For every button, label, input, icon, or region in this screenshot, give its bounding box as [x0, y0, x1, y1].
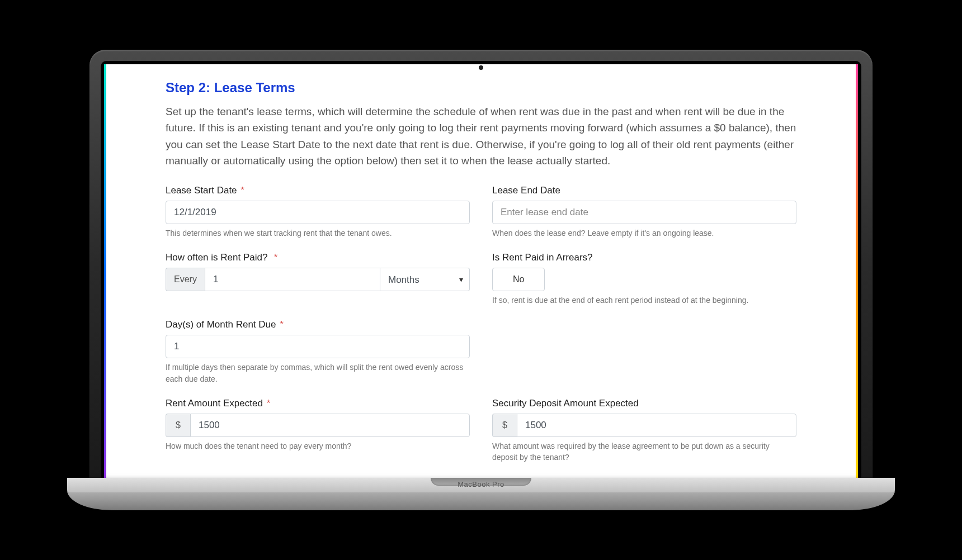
required-marker: * [280, 319, 284, 330]
lease-end-input[interactable] [492, 201, 796, 224]
required-marker: * [274, 252, 278, 263]
row-due-days: Day(s) of Month Rent Due * If multiple d… [166, 319, 796, 385]
field-due-days: Day(s) of Month Rent Due * If multiple d… [166, 319, 470, 385]
deposit-amount-group: $ [492, 414, 796, 437]
lease-start-label: Lease Start Date * [166, 185, 470, 196]
label-text: Rent Amount Expected [166, 398, 263, 409]
lease-end-label: Lease End Date [492, 185, 796, 196]
field-arrears: Is Rent Paid in Arrears? No If so, rent … [492, 252, 796, 306]
decorative-edge-left [104, 64, 106, 478]
device-label: MacBook Pro [458, 480, 504, 488]
field-deposit-amount: Security Deposit Amount Expected $ What … [492, 398, 796, 463]
rent-amount-help: How much does the tenant need to pay eve… [166, 440, 470, 452]
due-days-input[interactable] [166, 335, 470, 358]
step-title: Step 2: Lease Terms [166, 80, 796, 96]
field-rent-amount: Rent Amount Expected * $ How much does t… [166, 398, 470, 452]
frequency-input-group: Every Months [166, 268, 470, 291]
lease-start-input[interactable] [166, 201, 470, 224]
label-text: Lease Start Date [166, 185, 237, 196]
frequency-unit-select[interactable]: Months [380, 268, 470, 291]
frequency-interval-input[interactable] [205, 268, 380, 291]
due-days-help: If multiple days then separate by commas… [166, 362, 470, 385]
decorative-edge-right [856, 64, 858, 478]
currency-symbol: $ [166, 414, 190, 437]
deposit-amount-label: Security Deposit Amount Expected [492, 398, 796, 409]
arrears-help: If so, rent is due at the end of each re… [492, 295, 796, 306]
camera-icon [479, 65, 483, 70]
label-text: How often is Rent Paid? [166, 252, 267, 263]
lease-end-help: When does the lease end? Leave empty if … [492, 227, 796, 239]
field-frequency: How often is Rent Paid? * Every Months [166, 252, 470, 291]
frequency-prefix: Every [166, 268, 205, 291]
row-amounts: Rent Amount Expected * $ How much does t… [166, 398, 796, 463]
form-content: Step 2: Lease Terms Set up the tenant's … [104, 64, 858, 478]
deposit-amount-input[interactable] [517, 414, 796, 437]
currency-symbol: $ [492, 414, 517, 437]
frequency-label: How often is Rent Paid? * [166, 252, 470, 263]
laptop-base: MacBook Pro [67, 478, 895, 510]
required-marker: * [240, 185, 244, 196]
frequency-unit-wrap: Months [380, 268, 470, 291]
step-description: Set up the tenant's lease terms, which w… [166, 103, 796, 169]
rent-amount-input[interactable] [190, 414, 470, 437]
laptop-device-frame: Step 2: Lease Terms Set up the tenant's … [89, 50, 873, 510]
field-lease-end: Lease End Date When does the lease end? … [492, 185, 796, 239]
field-lease-start: Lease Start Date * This determines when … [166, 185, 470, 239]
row-frequency-arrears: How often is Rent Paid? * Every Months [166, 252, 796, 306]
rent-amount-group: $ [166, 414, 470, 437]
due-days-label: Day(s) of Month Rent Due * [166, 319, 470, 330]
row-lease-dates: Lease Start Date * This determines when … [166, 185, 796, 239]
label-text: Day(s) of Month Rent Due [166, 319, 276, 330]
laptop-lid: Step 2: Lease Terms Set up the tenant's … [89, 50, 873, 478]
screen: Step 2: Lease Terms Set up the tenant's … [104, 64, 858, 478]
required-marker: * [267, 398, 271, 409]
arrears-toggle[interactable]: No [492, 268, 545, 291]
rent-amount-label: Rent Amount Expected * [166, 398, 470, 409]
deposit-amount-help: What amount was required by the lease ag… [492, 440, 796, 463]
screen-bezel: Step 2: Lease Terms Set up the tenant's … [101, 61, 861, 478]
lease-start-help: This determines when we start tracking r… [166, 227, 470, 239]
arrears-label: Is Rent Paid in Arrears? [492, 252, 796, 263]
